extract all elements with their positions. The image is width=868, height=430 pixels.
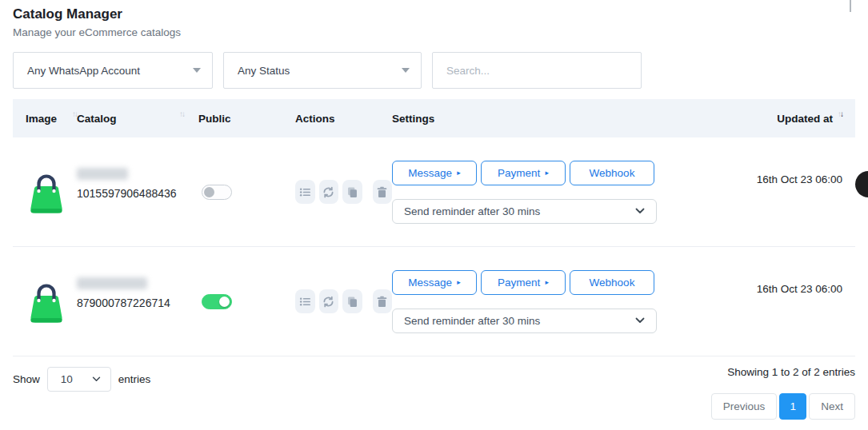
settings-cell: Message ▸ Payment ▸ Webhook Send reminde…: [392, 270, 714, 333]
delete-button[interactable]: [373, 180, 393, 204]
redacted-catalog-name: [77, 168, 128, 180]
public-toggle[interactable]: [202, 185, 232, 200]
show-label: Show: [13, 373, 40, 385]
webhook-button[interactable]: Webhook: [570, 161, 654, 185]
updated-at: 16th Oct 23 06:00: [714, 283, 842, 295]
catalog-image-cell: [26, 169, 77, 215]
public-cell: [198, 185, 295, 200]
sync-button[interactable]: [319, 180, 339, 204]
reminder-value: Send reminder after 30 mins: [404, 205, 540, 217]
column-header-settings: Settings: [392, 113, 714, 125]
column-header-public: Public: [198, 113, 295, 125]
catalog-name-cell: 1015597906488436: [77, 168, 198, 200]
whatsapp-account-select[interactable]: Any WhatsApp Account: [13, 52, 213, 89]
sort-icon-descending: ↑↓: [838, 109, 842, 118]
dropdown-caret-icon: [402, 68, 410, 73]
public-cell: [198, 294, 295, 309]
page-title: Catalog Manager: [13, 6, 855, 22]
page-1-button[interactable]: 1: [779, 393, 806, 420]
caret-right-icon: ▸: [457, 279, 461, 286]
copy-button[interactable]: [342, 180, 362, 204]
message-button[interactable]: Message ▸: [392, 270, 477, 295]
delete-button[interactable]: [373, 289, 393, 313]
redacted-catalog-name: [77, 277, 147, 289]
next-page-button[interactable]: Next: [809, 393, 855, 420]
chevron-down-icon: [92, 376, 101, 382]
filter-bar: Any WhatsApp Account Any Status: [13, 52, 855, 89]
toggle-knob: [204, 187, 214, 197]
message-button[interactable]: Message ▸: [392, 161, 477, 185]
view-items-button[interactable]: [295, 180, 315, 204]
caret-right-icon: ▸: [457, 169, 461, 177]
status-select[interactable]: Any Status: [223, 52, 422, 89]
public-toggle[interactable]: [202, 294, 232, 309]
dropdown-caret-icon: [193, 68, 201, 73]
sync-button[interactable]: [319, 289, 339, 313]
page-size-value: 10: [61, 373, 73, 385]
pagination-area: Showing 1 to 2 of 2 entries Previous 1 N…: [711, 366, 855, 420]
list-icon: [299, 186, 311, 198]
status-value: Any Status: [238, 65, 290, 77]
table-header: Image ↑↓ Catalog ↑↓ Public Actions Setti…: [13, 99, 855, 137]
scrollbar-fragment: [850, 0, 851, 12]
caret-right-icon: ▸: [545, 279, 549, 286]
actions-cell: [295, 180, 392, 204]
pagination: Previous 1 Next: [711, 393, 855, 420]
page-subtitle: Manage your eCommerce catalogs: [13, 26, 855, 38]
copy-icon: [346, 186, 358, 198]
entries-summary: Showing 1 to 2 of 2 entries: [727, 366, 855, 378]
shopping-bag-icon: [26, 169, 67, 215]
chevron-down-icon: [635, 208, 645, 214]
webhook-button[interactable]: Webhook: [570, 270, 654, 295]
trash-icon: [376, 186, 388, 198]
sort-icon: ↑↓: [179, 109, 184, 118]
table-row: 879000787226714 Message: [13, 247, 855, 356]
settings-cell: Message ▸ Payment ▸ Webhook Send reminde…: [392, 161, 714, 224]
catalog-manager-page: Catalog Manager Manage your eCommerce ca…: [13, 0, 855, 420]
floating-widget-button[interactable]: [855, 171, 868, 197]
table-footer: Show 10 entries Showing 1 to 2 of 2 entr…: [13, 356, 855, 420]
reminder-select[interactable]: Send reminder after 30 mins: [392, 199, 657, 224]
catalog-id: 879000787226714: [77, 297, 198, 309]
reminder-value: Send reminder after 30 mins: [404, 315, 540, 327]
catalog-name-cell: 879000787226714: [77, 277, 198, 309]
payment-button[interactable]: Payment ▸: [481, 161, 566, 185]
list-icon: [299, 296, 311, 308]
toggle-knob: [219, 297, 230, 307]
column-header-actions: Actions: [295, 113, 392, 125]
shopping-bag-icon: [26, 278, 67, 324]
previous-page-button[interactable]: Previous: [711, 393, 778, 420]
table-row: 1015597906488436 Message: [13, 137, 855, 247]
sort-icon: ↑↓: [72, 109, 77, 118]
refresh-icon: [322, 296, 334, 308]
column-header-catalog[interactable]: Catalog ↑↓: [77, 113, 198, 125]
column-header-updated-at[interactable]: Updated at ↑↓: [714, 113, 842, 125]
refresh-icon: [322, 186, 334, 198]
copy-button[interactable]: [342, 289, 362, 313]
entries-label: entries: [118, 373, 151, 385]
page-size-select[interactable]: 10: [47, 367, 111, 392]
whatsapp-account-value: Any WhatsApp Account: [27, 65, 140, 77]
view-items-button[interactable]: [295, 289, 315, 313]
caret-right-icon: ▸: [545, 169, 549, 177]
trash-icon: [376, 296, 388, 308]
catalog-id: 1015597906488436: [77, 187, 198, 200]
page-size-control: Show 10 entries: [13, 367, 150, 392]
reminder-select[interactable]: Send reminder after 30 mins: [392, 309, 657, 333]
search-input[interactable]: [433, 53, 641, 88]
search-box: [432, 52, 642, 89]
chevron-down-icon: [635, 317, 645, 324]
actions-cell: [295, 289, 392, 313]
catalog-image-cell: [26, 278, 77, 324]
payment-button[interactable]: Payment ▸: [481, 270, 566, 295]
updated-at: 16th Oct 23 06:00: [714, 173, 842, 185]
copy-icon: [346, 296, 358, 308]
column-header-image[interactable]: Image ↑↓: [26, 113, 77, 125]
